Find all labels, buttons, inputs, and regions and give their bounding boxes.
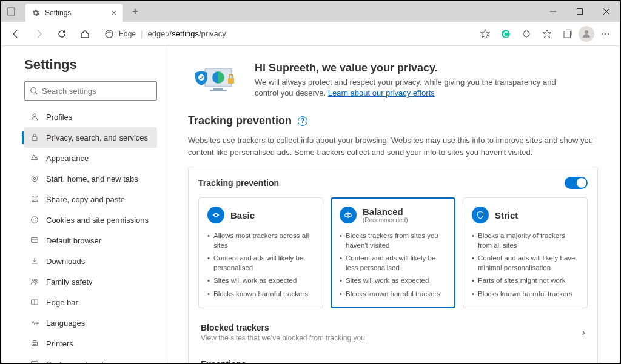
svg-point-10 <box>602 33 603 34</box>
privacy-efforts-link[interactable]: Learn about our privacy efforts <box>328 88 435 98</box>
sidebar-icon <box>29 214 40 225</box>
sidebar-icon <box>29 153 40 164</box>
info-icon[interactable]: ? <box>298 116 307 126</box>
sidebar-item-edge-bar[interactable]: Edge bar <box>24 292 157 313</box>
sidebar-item-family-safety[interactable]: Family safety <box>24 271 157 292</box>
svg-point-19 <box>32 217 38 223</box>
sidebar-icon <box>29 194 40 205</box>
tabs-overview-icon[interactable] <box>1 2 21 21</box>
svg-rect-41 <box>213 88 223 90</box>
tracking-level-balanced[interactable]: Balanced(Recommended)Blocks trackers fro… <box>331 197 455 308</box>
svg-text:A: A <box>32 320 35 326</box>
tracking-toggle[interactable] <box>565 177 588 189</box>
exceptions-row[interactable]: Exceptions Allow all trackers on sites y… <box>198 351 588 363</box>
svg-point-21 <box>35 218 36 219</box>
svg-point-15 <box>33 114 36 117</box>
svg-rect-42 <box>210 90 227 91</box>
page-title: Settings <box>24 57 157 73</box>
read-aloud-icon[interactable] <box>475 24 495 44</box>
profile-avatar[interactable] <box>579 26 594 42</box>
tracking-level-basic[interactable]: BasicAllows most trackers across all sit… <box>198 197 323 308</box>
svg-point-22 <box>35 220 35 221</box>
address-bar[interactable]: Edge | edge://settings/privacy <box>98 25 472 43</box>
svg-point-11 <box>605 33 606 34</box>
svg-point-20 <box>33 219 33 219</box>
tab-title: Settings <box>45 8 107 17</box>
maximize-button[interactable] <box>566 1 593 22</box>
svg-rect-23 <box>32 237 38 242</box>
sidebar-item-share-copy-and-paste[interactable]: Share, copy and paste <box>24 189 157 210</box>
refresh-button[interactable] <box>52 24 72 44</box>
sidebar-item-printers[interactable]: Printers <box>24 333 157 354</box>
more-menu-button[interactable] <box>596 24 615 44</box>
sidebar-icon <box>29 132 40 143</box>
close-window-button[interactable] <box>593 1 620 22</box>
browser-toolbar: Edge | edge://settings/privacy <box>1 22 620 46</box>
new-tab-button[interactable]: + <box>126 2 144 21</box>
svg-point-5 <box>106 30 113 38</box>
svg-rect-45 <box>228 78 234 84</box>
favorites-icon[interactable] <box>537 24 557 44</box>
tracking-level-strict[interactable]: StrictBlocks a majority of trackers from… <box>463 197 588 308</box>
level-icon <box>472 207 489 223</box>
svg-text:字: 字 <box>35 321 39 325</box>
home-button[interactable] <box>75 24 95 44</box>
sidebar-icon: A字 <box>29 317 40 328</box>
hero-body: We will always protect and respect your … <box>255 77 570 99</box>
search-settings[interactable] <box>24 81 157 101</box>
tracking-heading: Tracking prevention <box>188 114 292 127</box>
tracking-card-title: Tracking prevention <box>198 178 279 188</box>
search-icon <box>30 87 38 95</box>
svg-point-46 <box>215 214 217 216</box>
gear-icon <box>32 8 40 17</box>
level-icon <box>207 207 224 223</box>
sidebar-icon <box>29 111 40 122</box>
svg-rect-8 <box>564 31 571 38</box>
svg-point-17 <box>32 176 37 181</box>
svg-line-14 <box>36 93 38 95</box>
svg-point-25 <box>32 279 35 281</box>
sidebar-icon <box>29 297 40 308</box>
svg-rect-32 <box>33 340 36 342</box>
address-url: edge://settings/privacy <box>147 29 226 38</box>
close-icon[interactable]: × <box>112 8 116 18</box>
extensions-icon[interactable] <box>517 24 536 44</box>
sidebar-icon <box>29 256 40 266</box>
svg-rect-0 <box>7 8 15 15</box>
sidebar-item-cookies-and-site-permissions[interactable]: Cookies and site permissions <box>24 210 157 230</box>
svg-point-18 <box>33 177 35 179</box>
main-content: Hi Supreeth, we value your privacy. We w… <box>166 46 620 363</box>
grammarly-icon[interactable] <box>496 24 515 44</box>
edge-logo-icon <box>104 29 114 39</box>
sidebar-icon <box>29 338 40 349</box>
back-button[interactable] <box>6 24 25 44</box>
svg-point-9 <box>585 30 588 34</box>
sidebar-icon <box>29 359 40 363</box>
sidebar-item-downloads[interactable]: Downloads <box>24 251 157 271</box>
collections-icon[interactable] <box>558 24 577 44</box>
sidebar-item-profiles[interactable]: Profiles <box>24 107 157 127</box>
sidebar-item-system-and-performance[interactable]: System and performance <box>24 354 157 363</box>
sidebar-item-start-home-and-new-tabs[interactable]: Start, home, and new tabs <box>24 168 157 189</box>
browser-tab[interactable]: Settings × <box>25 4 123 22</box>
sidebar-icon <box>29 276 40 287</box>
settings-sidebar: Settings ProfilesPrivacy, search, and se… <box>1 46 166 363</box>
svg-point-6 <box>486 35 489 38</box>
level-icon <box>340 207 357 223</box>
tracking-description: Websites use trackers to collect info ab… <box>188 134 598 158</box>
svg-point-12 <box>608 33 609 34</box>
sidebar-icon <box>29 173 40 184</box>
sidebar-item-default-browser[interactable]: Default browser <box>24 230 157 251</box>
svg-point-26 <box>35 279 37 281</box>
minimize-button[interactable] <box>540 1 566 22</box>
sidebar-item-appearance[interactable]: Appearance <box>24 148 157 168</box>
sidebar-item-languages[interactable]: A字Languages <box>24 313 157 333</box>
forward-button[interactable] <box>29 24 49 44</box>
blocked-trackers-row[interactable]: Blocked trackers View the sites that we'… <box>198 314 588 351</box>
hero-title: Hi Supreeth, we value your privacy. <box>255 62 570 74</box>
svg-rect-31 <box>32 342 37 345</box>
svg-rect-34 <box>32 361 38 363</box>
svg-rect-2 <box>577 9 583 15</box>
search-input[interactable] <box>42 87 152 96</box>
sidebar-item-privacy-search-and-services[interactable]: Privacy, search, and services <box>24 127 157 148</box>
